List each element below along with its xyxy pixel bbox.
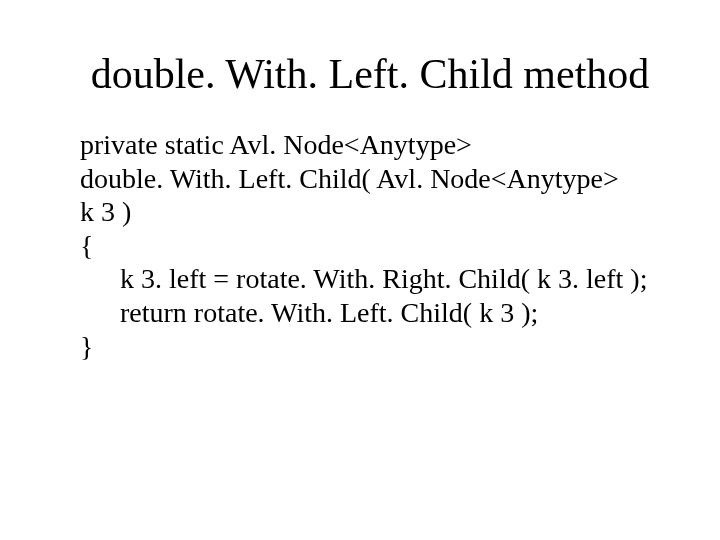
- slide: double. With. Left. Child method private…: [0, 0, 720, 540]
- slide-title: double. With. Left. Child method: [80, 50, 660, 98]
- code-line: }: [80, 330, 660, 364]
- code-line: {: [80, 229, 660, 263]
- code-line: k 3. left = rotate. With. Right. Child( …: [80, 262, 660, 296]
- code-line: double. With. Left. Child( Avl. Node<Any…: [80, 162, 660, 196]
- code-line: private static Avl. Node<Anytype>: [80, 128, 660, 162]
- code-line: k 3 ): [80, 195, 660, 229]
- code-block: private static Avl. Node<Anytype> double…: [80, 128, 660, 363]
- code-line: return rotate. With. Left. Child( k 3 );: [80, 296, 660, 330]
